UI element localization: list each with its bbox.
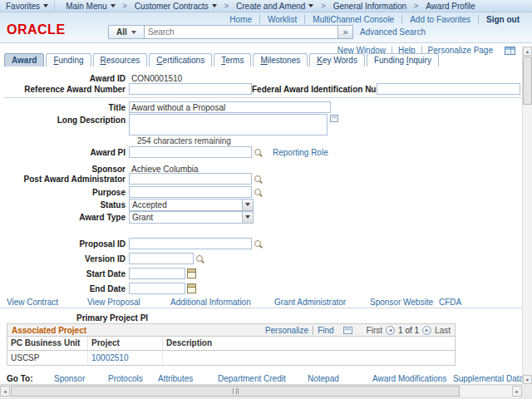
end-date-label: End Date — [7, 284, 129, 293]
dropdown-arrow-icon — [212, 4, 217, 7]
home-link[interactable]: Home — [222, 15, 259, 24]
scrollbar-corner — [522, 384, 532, 399]
award-pi-field[interactable] — [129, 146, 252, 158]
sponsor-website-link[interactable]: Sponsor Website — [370, 298, 433, 307]
scroll-down-icon[interactable]: ▼ — [523, 375, 532, 384]
goto-protocols-link[interactable]: Protocols — [108, 374, 143, 383]
scroll-up-icon[interactable]: ▲ — [523, 47, 532, 56]
reference-award-number-field[interactable] — [129, 83, 252, 95]
multichannel-console-link[interactable]: MultiChannel Console — [304, 15, 401, 24]
proposal-id-field[interactable] — [129, 238, 252, 249]
status-select[interactable]: Accepted — [129, 199, 254, 211]
goto-notepad-link[interactable]: Notepad — [308, 374, 339, 383]
dropdown-arrow-icon — [245, 203, 250, 206]
scrollbar-grip — [233, 388, 239, 394]
personalize-link[interactable]: Personalize — [261, 326, 313, 335]
pager-last-label[interactable]: Last — [435, 326, 451, 335]
pager-first-label[interactable]: First — [367, 326, 382, 335]
award-profile-page: Favorites Main Menu > Customer Contracts… — [0, 0, 532, 399]
next-page-icon[interactable]: ► — [422, 326, 431, 335]
vertical-scrollbar[interactable]: ▲ ▼ — [522, 47, 532, 384]
cfda-link[interactable]: CFDA — [439, 298, 461, 307]
select-dropdown-button[interactable] — [242, 200, 253, 210]
goto-sponsor-link[interactable]: Sponsor — [54, 374, 85, 383]
additional-information-link[interactable]: Additional Information — [170, 298, 251, 307]
tab-certifications[interactable]: Certifications — [149, 53, 212, 66]
horizontal-scrollbar-thumb[interactable] — [11, 386, 460, 397]
column-header-description: Description — [163, 337, 455, 350]
worklist-link[interactable]: Worklist — [259, 15, 304, 24]
post-award-admin-field[interactable] — [129, 173, 252, 185]
lookup-icon[interactable] — [195, 254, 204, 264]
primary-project-pi-label: Primary Project PI — [76, 313, 148, 323]
search-input[interactable] — [145, 25, 338, 39]
advanced-search-link[interactable]: Advanced Search — [360, 27, 426, 37]
scroll-right-icon[interactable]: ► — [512, 386, 522, 397]
breadcrumb-create-and-amend[interactable]: Create and Amend — [230, 2, 319, 11]
vertical-scrollbar-thumb[interactable] — [523, 57, 532, 105]
search-scope-value: All — [116, 27, 127, 37]
calendar-icon[interactable] — [187, 283, 196, 293]
view-proposal-link[interactable]: View Proposal — [87, 298, 140, 307]
pager-page-count: 1 of 1 — [398, 326, 419, 335]
grant-administrator-link[interactable]: Grant Administrator — [274, 298, 346, 307]
search-go-button[interactable]: » — [338, 25, 353, 39]
lookup-icon[interactable] — [254, 148, 263, 157]
title-field[interactable] — [129, 101, 331, 113]
personalize-layout-icon[interactable] — [505, 47, 515, 55]
breadcrumb-customer-contracts[interactable]: Customer Contracts — [129, 2, 223, 11]
goto-supplemental-data-link[interactable]: Supplemental Data — [453, 374, 524, 383]
expand-icon[interactable] — [330, 115, 338, 122]
find-link[interactable]: Find — [313, 326, 337, 335]
utility-links: Home Worklist MultiChannel Console Add t… — [222, 15, 527, 24]
start-date-row: Start Date — [7, 268, 520, 279]
purpose-field[interactable] — [129, 186, 252, 198]
proposal-id-row: Proposal ID — [7, 238, 520, 249]
breadcrumb-chevron-icon: > — [412, 2, 420, 10]
scroll-left-icon[interactable]: ◄ — [0, 386, 10, 397]
federal-award-id-field[interactable] — [377, 83, 520, 95]
calendar-icon[interactable] — [187, 268, 196, 278]
lookup-icon[interactable] — [254, 188, 263, 197]
cell-pc-business-unit: USCSP — [7, 351, 88, 365]
grid-column-headers: PC Business Unit Project Description — [7, 337, 456, 351]
view-contract-link[interactable]: View Contract — [7, 298, 58, 307]
award-type-select[interactable]: Grant — [129, 211, 254, 224]
goto-award-modifications-link[interactable]: Award Modifications — [372, 374, 446, 383]
tab-key-words[interactable]: Key Words — [309, 53, 365, 66]
sign-out-link[interactable]: Sign out — [478, 15, 527, 24]
reporting-role-link[interactable]: Reporting Role — [273, 148, 328, 157]
previous-page-icon[interactable]: ◄ — [386, 326, 395, 335]
lookup-icon[interactable] — [254, 239, 263, 249]
grid-toolbar: Personalize Find First ◄ 1 of 1 ► Last — [261, 326, 451, 335]
select-dropdown-button[interactable] — [242, 212, 253, 223]
tab-bar: Award Funding Resources Certifications T… — [4, 53, 439, 66]
horizontal-scrollbar[interactable]: ◄ ► — [0, 386, 522, 397]
breadcrumb-main-menu[interactable]: Main Menu — [60, 2, 121, 11]
add-to-favorites-link[interactable]: Add to Favorites — [401, 15, 478, 24]
start-date-field[interactable] — [129, 268, 185, 279]
breadcrumb-award-profile[interactable]: Award Profile — [420, 2, 480, 11]
breadcrumb-general-information[interactable]: General Information — [328, 2, 412, 11]
end-date-field[interactable] — [129, 283, 185, 294]
end-date-row: End Date — [7, 283, 520, 294]
dropdown-arrow-icon — [111, 4, 116, 7]
version-id-field[interactable] — [129, 253, 194, 264]
search-scope-dropdown[interactable]: All — [108, 25, 145, 39]
status-row: Status Accepted — [7, 199, 520, 210]
characters-remaining-text: 254 characters remaining — [137, 136, 231, 145]
long-description-field[interactable] — [129, 114, 328, 135]
goto-attributes-link[interactable]: Attributes — [158, 374, 193, 383]
tab-funding[interactable]: Funding — [46, 53, 91, 66]
tab-resources[interactable]: Resources — [93, 53, 148, 66]
breadcrumb-favorites[interactable]: Favorites — [0, 2, 55, 11]
bottom-scroll-strip: ◄ ► — [0, 384, 532, 399]
tab-award[interactable]: Award — [4, 53, 44, 66]
lookup-icon[interactable] — [254, 175, 263, 184]
tab-milestones[interactable]: Milestones — [253, 53, 308, 66]
goto-department-credit-link[interactable]: Department Credit — [218, 374, 286, 383]
project-link[interactable]: 10002510 — [91, 353, 129, 362]
tab-funding-inquiry[interactable]: Funding Inquiry — [367, 53, 439, 66]
tab-terms[interactable]: Terms — [214, 53, 251, 66]
download-icon[interactable] — [343, 327, 352, 334]
